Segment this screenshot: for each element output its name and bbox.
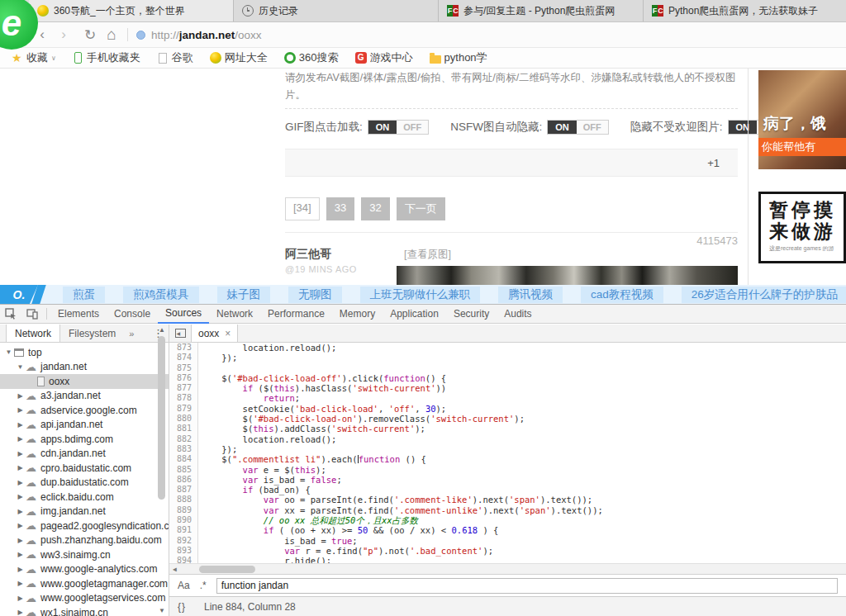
line-number[interactable]: 886 bbox=[169, 475, 198, 485]
forward-button[interactable]: › bbox=[53, 26, 74, 43]
tree-collapsed-icon[interactable]: ▶ bbox=[15, 406, 26, 414]
code-line[interactable]: 880 $('#bad-click-load-on').removeClass(… bbox=[169, 414, 846, 424]
tree-item[interactable]: ▶☁cdn.jandan.net bbox=[0, 447, 169, 462]
browser-tab[interactable]: FCPython爬虫煎蛋网，无法获取妹子 bbox=[644, 0, 846, 21]
devtools-tab-sources[interactable]: Sources bbox=[158, 305, 209, 324]
page-button[interactable]: 32 bbox=[361, 197, 389, 220]
view-original-link[interactable]: [查看原图] bbox=[404, 248, 451, 262]
line-number[interactable]: 887 bbox=[169, 485, 198, 495]
code-line[interactable]: 887 if (bad_on) { bbox=[169, 485, 846, 495]
tree-collapsed-icon[interactable]: ▶ bbox=[15, 479, 26, 486]
code-line[interactable]: 884 $(".commentlist li").each(function (… bbox=[169, 454, 846, 464]
tree-item[interactable]: ▶☁eclick.baidu.com bbox=[0, 490, 169, 505]
line-number[interactable]: 888 bbox=[169, 495, 198, 505]
tree-collapsed-icon[interactable]: ▶ bbox=[15, 450, 26, 457]
tree-item[interactable]: ▶☁www.googletagservices.com bbox=[0, 591, 169, 606]
regex-toggle[interactable]: .* bbox=[200, 580, 207, 591]
switch-on[interactable]: ON bbox=[729, 121, 758, 134]
tree-collapsed-icon[interactable]: ▶ bbox=[15, 551, 26, 558]
code-line[interactable]: 886 var is_bad = false; bbox=[169, 475, 846, 485]
on-off-switch[interactable]: ONOFF bbox=[547, 120, 609, 135]
switch-off[interactable]: OFF bbox=[397, 121, 428, 134]
tree-collapsed-icon[interactable]: ▶ bbox=[15, 580, 26, 587]
tree-item[interactable]: ▶☁api.jandan.net bbox=[0, 418, 169, 433]
bookmark-game[interactable]: G游戏中心 bbox=[355, 50, 413, 65]
post-author[interactable]: 阿三他哥 bbox=[285, 247, 331, 262]
devtools-tab-network[interactable]: Network bbox=[209, 305, 260, 324]
browser-tab[interactable]: 历史记录 bbox=[234, 0, 439, 21]
tree-item[interactable]: ▶☁dup.baidustatic.com bbox=[0, 476, 169, 490]
bookmark-page[interactable]: 谷歌 bbox=[157, 50, 193, 65]
tree-item[interactable]: ▼top bbox=[0, 345, 169, 360]
hscrollbar-thumb[interactable] bbox=[199, 566, 255, 573]
more-tabs-chevron[interactable]: » bbox=[129, 325, 134, 342]
promo-link[interactable]: 26岁适合用什么牌子的护肤品 bbox=[682, 287, 846, 303]
tree-item[interactable]: ▶☁adservice.google.com bbox=[0, 403, 169, 418]
tree-item[interactable]: ▶☁ww3.sinaimg.cn bbox=[0, 547, 169, 562]
post-photo[interactable] bbox=[397, 266, 738, 285]
tree-item[interactable]: ▶☁wx1.sinaimg.cn bbox=[0, 605, 169, 616]
tree-scrollbar[interactable]: ▲ ▼ bbox=[157, 326, 167, 614]
home-button[interactable]: ⌂ bbox=[101, 26, 122, 44]
tree-collapsed-icon[interactable]: ▶ bbox=[15, 421, 26, 429]
code-line[interactable]: 873 location.reload(); bbox=[169, 343, 846, 353]
line-number[interactable]: 873 bbox=[169, 343, 198, 353]
scroll-down-icon[interactable]: ▼ bbox=[157, 607, 167, 614]
tree-collapsed-icon[interactable]: ▶ bbox=[15, 493, 26, 500]
browser-tab[interactable]: FC参与/回复主题 - Python爬虫煎蛋网 bbox=[439, 0, 644, 21]
tree-collapsed-icon[interactable]: ▶ bbox=[15, 609, 26, 616]
code-line[interactable]: 892 is_bad = true; bbox=[169, 536, 846, 546]
line-number[interactable]: 881 bbox=[169, 424, 198, 434]
line-number[interactable]: 874 bbox=[169, 353, 198, 362]
switch-on[interactable]: ON bbox=[548, 121, 577, 134]
line-number[interactable]: 877 bbox=[169, 383, 198, 393]
line-number[interactable]: 876 bbox=[169, 373, 198, 383]
bookmark-phone[interactable]: 手机收藏夹 bbox=[73, 50, 140, 65]
switch-off[interactable]: OFF bbox=[577, 121, 608, 134]
address-bar[interactable]: http://jandan.net/ooxx bbox=[136, 29, 262, 41]
code-line[interactable]: 879 setCookie('bad-click-load', 'off', 3… bbox=[169, 404, 846, 414]
tree-item[interactable]: ▼☁jandan.net bbox=[0, 360, 169, 375]
promo-link[interactable]: 煎鸡蛋模具 bbox=[123, 287, 199, 303]
tree-item[interactable]: ▶☁www.googletagmanager.com bbox=[0, 576, 169, 591]
promo-link[interactable]: 无聊图 bbox=[288, 287, 342, 303]
scrollbar-thumb[interactable] bbox=[158, 336, 165, 500]
tree-expanded-icon[interactable]: ▼ bbox=[3, 348, 14, 356]
devtools-tab-console[interactable]: Console bbox=[107, 305, 158, 324]
match-case-toggle[interactable]: Aa bbox=[178, 580, 190, 591]
on-off-switch[interactable]: ONOFF bbox=[368, 120, 430, 135]
line-number[interactable]: 880 bbox=[169, 414, 198, 424]
scroll-up-icon[interactable]: ▲ bbox=[157, 326, 167, 334]
scroll-left-icon[interactable]: ◀ bbox=[173, 564, 177, 574]
tree-collapsed-icon[interactable]: ▶ bbox=[15, 522, 26, 529]
promo-link[interactable]: 腾讯视频 bbox=[498, 287, 563, 303]
code-line[interactable]: 876 $('#bad-click-load-off').click(funct… bbox=[169, 373, 846, 383]
plus-one-label[interactable]: +1 bbox=[707, 157, 720, 169]
code-line[interactable]: 889 var xx = parseInt(e.find('.comment-u… bbox=[169, 505, 846, 515]
code-line[interactable]: 882 location.reload(); bbox=[169, 434, 846, 444]
tree-collapsed-icon[interactable]: ▶ bbox=[15, 435, 26, 443]
tree-collapsed-icon[interactable]: ▶ bbox=[15, 508, 26, 515]
post-id[interactable]: 4115473 bbox=[285, 235, 738, 247]
tree-item[interactable]: ▶☁a3.jandan.net bbox=[0, 389, 169, 404]
tab-network-files[interactable]: Network bbox=[6, 325, 60, 342]
horizontal-scrollbar[interactable]: ◀ bbox=[169, 563, 846, 574]
ad-banner-donation[interactable]: 病了，饿 你能帮他有 bbox=[758, 70, 846, 169]
tree-item[interactable]: ▶☁img.jandan.net bbox=[0, 505, 169, 519]
tree-collapsed-icon[interactable]: ▶ bbox=[15, 595, 26, 602]
line-number[interactable]: 889 bbox=[169, 505, 198, 515]
devtools-tab-memory[interactable]: Memory bbox=[332, 305, 383, 324]
tree-item[interactable]: ▶☁www.google-analytics.com bbox=[0, 562, 169, 577]
devtools-tab-security[interactable]: Security bbox=[446, 305, 497, 324]
promo-link[interactable]: 妹子图 bbox=[217, 287, 271, 303]
promo-link[interactable]: 上班无聊做什么兼职 bbox=[360, 287, 481, 303]
line-number[interactable]: 891 bbox=[169, 525, 198, 535]
promo-link[interactable]: 煎蛋 bbox=[63, 287, 105, 303]
line-number[interactable]: 885 bbox=[169, 465, 198, 475]
line-number[interactable]: 882 bbox=[169, 434, 198, 444]
bookmark-ring[interactable]: 360搜索 bbox=[284, 50, 339, 65]
line-number[interactable]: 879 bbox=[169, 404, 198, 414]
pretty-print-icon[interactable]: {} bbox=[178, 601, 186, 613]
current-page-button[interactable]: [34] bbox=[285, 197, 320, 220]
line-number[interactable]: 893 bbox=[169, 546, 198, 556]
